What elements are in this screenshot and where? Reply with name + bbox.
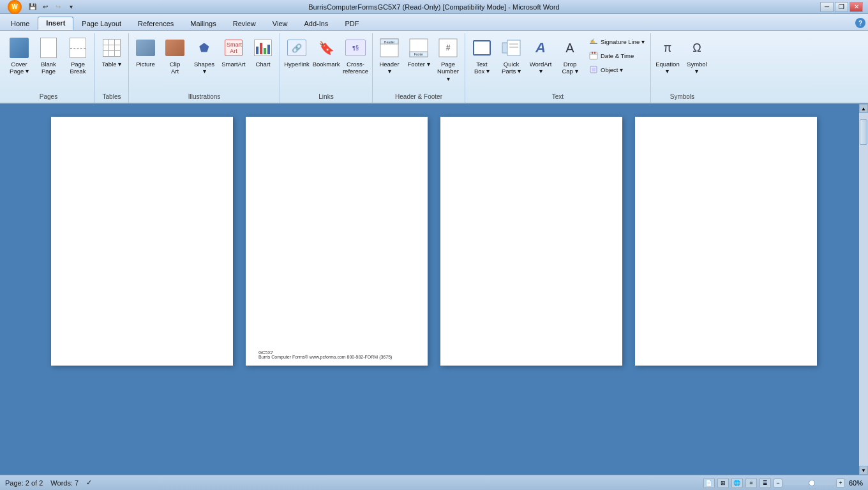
ribbon-group-illustrations-content: Picture ClipArt ⬟ Shapes ▾ SmartArt Smar… [131,34,277,92]
table-icon [100,36,123,59]
object-button[interactable]: Object ▾ [585,63,648,77]
date-time-icon [588,50,599,61]
tab-review[interactable]: Review [225,17,264,30]
svg-rect-19 [592,68,595,71]
tab-home[interactable]: Home [3,17,38,30]
footer-icon: Footer [407,36,430,59]
drop-cap-button[interactable]: A DropCap ▾ [556,34,584,84]
svg-text:#: # [446,43,451,52]
zoom-track[interactable] [784,481,835,485]
ribbon-group-pages: CoverPage ▾ BlankPage PageBreak Pages [3,33,95,103]
view-outline-button[interactable]: ≡ [745,478,757,488]
header-footer-group-label: Header & Footer [375,92,462,103]
minimize-button[interactable]: ─ [820,2,834,12]
zoom-slider: − + 60% [774,479,863,487]
tab-insert[interactable]: Insert [38,17,73,30]
close-button[interactable]: ✕ [849,2,863,12]
title-bar: W 💾 ↩ ↪ ▾ BurrisComputerFormsGC5X7 (Read… [0,0,868,14]
date-time-button[interactable]: Date & Time [585,48,648,63]
ribbon-group-illustrations: Picture ClipArt ⬟ Shapes ▾ SmartArt Smar… [129,33,280,103]
clip-art-button[interactable]: ClipArt [161,34,189,84]
ribbon: CoverPage ▾ BlankPage PageBreak Pages [0,31,868,104]
chart-icon [251,36,274,59]
text-box-button[interactable]: TextBox ▾ [468,34,496,84]
save-button[interactable]: 💾 [27,1,38,13]
hyperlink-button[interactable]: 🔗 Hyperlink [283,34,311,84]
office-button[interactable]: W [8,0,22,14]
symbols-group-label: Symbols [654,92,711,103]
svg-rect-16 [592,52,593,54]
svg-rect-9 [507,40,520,56]
page-number-button[interactable]: # PageNumber ▾ [434,34,462,84]
blank-page-button[interactable]: BlankPage [34,34,63,84]
page-number-icon: # [437,36,460,59]
illustrations-group-label: Illustrations [131,92,277,103]
status-right: 📄 ⊞ 🌐 ≡ ≣ − + 60% [703,478,863,488]
ribbon-group-pages-content: CoverPage ▾ BlankPage PageBreak [5,34,92,92]
scroll-down-button[interactable]: ▼ [859,466,868,475]
zoom-out-button[interactable]: − [774,479,782,487]
page-pair-1: GC5X7 Burris Computer Forms® www.pcforms… [51,117,428,366]
footer-button[interactable]: Footer Footer ▾ [405,34,433,84]
smartart-button[interactable]: SmartArt SmartArt [220,34,248,84]
page-pair-2 [440,117,817,366]
shapes-icon: ⬟ [193,36,216,59]
title-bar-left: W 💾 ↩ ↪ ▾ [5,0,77,14]
equation-icon: π [656,36,679,59]
vertical-scrollbar: ▲ ▼ [859,104,868,475]
view-fullscreen-button[interactable]: ⊞ [717,478,729,488]
zoom-level: 60% [849,479,863,487]
scroll-track[interactable] [859,113,868,466]
ribbon-group-text-content: TextBox ▾ QuickParts ▾ A WordArt ▾ [468,34,648,92]
redo-button[interactable]: ↪ [52,1,64,13]
help-button[interactable]: ? [855,18,865,28]
tab-page-layout[interactable]: Page Layout [73,17,130,30]
bookmark-button[interactable]: 🔖 Bookmark [312,34,340,84]
scroll-up-button[interactable]: ▲ [859,104,868,113]
tab-add-ins[interactable]: Add-Ins [296,17,336,30]
ribbon-group-tables: Table ▾ Tables [95,33,129,103]
wordart-button[interactable]: A WordArt ▾ [527,34,555,84]
picture-button[interactable]: Picture [131,34,160,84]
bookmark-icon: 🔖 [315,36,338,59]
view-draft-button[interactable]: ≣ [760,478,771,488]
document-page-4 [635,117,817,366]
symbol-icon: Ω [685,36,708,59]
header-button[interactable]: Header Header ▾ [375,34,403,84]
undo-button[interactable]: ↩ [40,1,51,13]
table-button[interactable]: Table ▾ [98,34,126,84]
tab-pdf[interactable]: PDF [336,17,367,30]
drop-cap-icon: A [558,36,581,59]
view-web-button[interactable]: 🌐 [731,478,743,488]
title-bar-controls: ─ ❐ ✕ [820,2,863,12]
tab-references[interactable]: References [130,17,182,30]
scroll-thumb[interactable] [860,119,867,145]
quick-access-toolbar: 💾 ↩ ↪ ▾ [27,1,77,13]
status-left: Page: 2 of 2 Words: 7 ✓ [5,479,92,487]
footer-line-2: Burris Computer Forms® www.pcforms.com 8… [258,355,392,359]
page-break-button[interactable]: PageBreak [64,34,92,84]
zoom-in-button[interactable]: + [836,479,845,487]
cross-reference-button[interactable]: ¶§ Cross-reference [341,34,370,84]
ribbon-group-symbols-content: π Equation ▾ Ω Symbol ▾ [654,34,711,92]
signature-line-button[interactable]: ✍ Signature Line ▾ [585,34,648,48]
restore-button[interactable]: ❐ [835,2,848,12]
qa-dropdown-button[interactable]: ▾ [65,1,77,13]
links-group-label: Links [283,92,370,103]
ribbon-group-header-footer-content: Header Header ▾ Footer Footer ▾ [375,34,462,92]
page-info: Page: 2 of 2 [5,479,43,487]
quick-parts-button[interactable]: QuickParts ▾ [497,34,525,84]
tab-view[interactable]: View [264,17,296,30]
pages-container: GC5X7 Burris Computer Forms® www.pcforms… [38,117,830,366]
chart-button[interactable]: Chart [249,34,277,84]
language-check-icon[interactable]: ✓ [86,479,92,487]
cover-page-button[interactable]: CoverPage ▾ [5,34,33,84]
view-print-button[interactable]: 📄 [703,478,715,488]
tab-mailings[interactable]: Mailings [182,17,224,30]
page-2-footer: GC5X7 Burris Computer Forms® www.pcforms… [258,350,392,359]
footer-line-1: GC5X7 [258,350,392,355]
shapes-button[interactable]: ⬟ Shapes ▾ [190,34,218,84]
ribbon-group-links: 🔗 Hyperlink 🔖 Bookmark ¶§ Cross-referenc… [280,33,373,103]
equation-button[interactable]: π Equation ▾ [654,34,682,84]
symbol-button[interactable]: Ω Symbol ▾ [683,34,711,84]
